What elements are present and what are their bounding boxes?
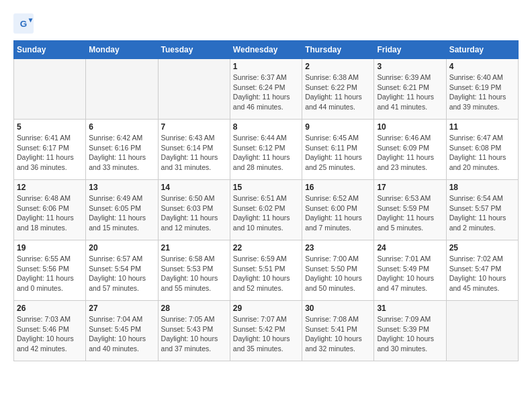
day-info: Sunrise: 6:52 AM Sunset: 6:00 PM Dayligh…: [305, 193, 371, 233]
day-number: 13: [89, 183, 154, 192]
calendar-day-30: 30Sunrise: 7:08 AM Sunset: 5:41 PM Dayli…: [302, 301, 374, 361]
col-header-wednesday: Wednesday: [230, 41, 302, 59]
day-number: 4: [449, 62, 515, 71]
calendar-day-4: 4Sunrise: 6:40 AM Sunset: 6:19 PM Daylig…: [446, 59, 518, 120]
day-number: 5: [17, 122, 83, 132]
calendar-day-10: 10Sunrise: 6:46 AM Sunset: 6:09 PM Dayli…: [374, 120, 446, 180]
day-info: Sunrise: 6:42 AM Sunset: 6:16 PM Dayligh…: [89, 133, 154, 173]
day-number: 16: [305, 183, 371, 192]
logo-icon: G: [13, 13, 34, 34]
calendar-day-11: 11Sunrise: 6:47 AM Sunset: 6:08 PM Dayli…: [446, 120, 518, 180]
day-info: Sunrise: 6:45 AM Sunset: 6:11 PM Dayligh…: [305, 133, 371, 173]
day-number: 10: [377, 122, 443, 132]
day-info: Sunrise: 6:49 AM Sunset: 6:05 PM Dayligh…: [89, 193, 154, 233]
day-info: Sunrise: 7:09 AM Sunset: 5:39 PM Dayligh…: [377, 314, 443, 354]
calendar-day-20: 20Sunrise: 6:57 AM Sunset: 5:54 PM Dayli…: [86, 240, 158, 301]
page-header: G: [13, 13, 519, 34]
calendar-table: SundayMondayTuesdayWednesdayThursdayFrid…: [13, 40, 519, 361]
calendar-empty: [86, 59, 158, 120]
calendar-week-1: 1Sunrise: 6:37 AM Sunset: 6:24 PM Daylig…: [14, 59, 519, 120]
calendar-day-17: 17Sunrise: 6:53 AM Sunset: 5:59 PM Dayli…: [374, 180, 446, 240]
col-header-tuesday: Tuesday: [158, 41, 230, 59]
calendar-day-7: 7Sunrise: 6:43 AM Sunset: 6:14 PM Daylig…: [158, 120, 230, 180]
calendar-day-6: 6Sunrise: 6:42 AM Sunset: 6:16 PM Daylig…: [86, 120, 158, 180]
calendar-empty: [158, 59, 230, 120]
day-number: 8: [233, 122, 299, 132]
logo: G: [13, 13, 36, 34]
col-header-thursday: Thursday: [302, 41, 374, 59]
day-number: 22: [233, 243, 299, 253]
day-info: Sunrise: 6:58 AM Sunset: 5:53 PM Dayligh…: [161, 254, 227, 293]
calendar-day-23: 23Sunrise: 7:00 AM Sunset: 5:50 PM Dayli…: [302, 240, 374, 301]
calendar-day-24: 24Sunrise: 7:01 AM Sunset: 5:49 PM Dayli…: [374, 240, 446, 301]
day-number: 19: [17, 243, 83, 253]
day-number: 6: [89, 122, 154, 132]
day-number: 18: [449, 183, 515, 192]
day-number: 14: [161, 183, 227, 192]
calendar-day-13: 13Sunrise: 6:49 AM Sunset: 6:05 PM Dayli…: [86, 180, 158, 240]
calendar-day-27: 27Sunrise: 7:04 AM Sunset: 5:45 PM Dayli…: [86, 301, 158, 361]
calendar-day-2: 2Sunrise: 6:38 AM Sunset: 6:22 PM Daylig…: [302, 59, 374, 120]
calendar-day-25: 25Sunrise: 7:02 AM Sunset: 5:47 PM Dayli…: [446, 240, 518, 301]
day-number: 3: [377, 62, 443, 71]
col-header-monday: Monday: [86, 41, 158, 59]
calendar-day-14: 14Sunrise: 6:50 AM Sunset: 6:03 PM Dayli…: [158, 180, 230, 240]
day-info: Sunrise: 6:57 AM Sunset: 5:54 PM Dayligh…: [89, 254, 154, 293]
day-info: Sunrise: 6:43 AM Sunset: 6:14 PM Dayligh…: [161, 133, 227, 173]
day-number: 7: [161, 122, 227, 132]
svg-text:G: G: [20, 19, 28, 29]
calendar-day-16: 16Sunrise: 6:52 AM Sunset: 6:00 PM Dayli…: [302, 180, 374, 240]
day-info: Sunrise: 6:59 AM Sunset: 5:51 PM Dayligh…: [233, 254, 299, 293]
col-header-sunday: Sunday: [14, 41, 86, 59]
calendar-day-26: 26Sunrise: 7:03 AM Sunset: 5:46 PM Dayli…: [14, 301, 86, 361]
calendar-day-15: 15Sunrise: 6:51 AM Sunset: 6:02 PM Dayli…: [230, 180, 302, 240]
day-info: Sunrise: 6:51 AM Sunset: 6:02 PM Dayligh…: [233, 193, 299, 233]
day-info: Sunrise: 6:54 AM Sunset: 5:57 PM Dayligh…: [449, 193, 515, 233]
calendar-day-5: 5Sunrise: 6:41 AM Sunset: 6:17 PM Daylig…: [14, 120, 86, 180]
calendar-week-5: 26Sunrise: 7:03 AM Sunset: 5:46 PM Dayli…: [14, 301, 519, 361]
calendar-day-18: 18Sunrise: 6:54 AM Sunset: 5:57 PM Dayli…: [446, 180, 518, 240]
calendar-header-row: SundayMondayTuesdayWednesdayThursdayFrid…: [14, 41, 519, 59]
calendar-day-29: 29Sunrise: 7:07 AM Sunset: 5:42 PM Dayli…: [230, 301, 302, 361]
calendar-day-8: 8Sunrise: 6:44 AM Sunset: 6:12 PM Daylig…: [230, 120, 302, 180]
calendar-week-2: 5Sunrise: 6:41 AM Sunset: 6:17 PM Daylig…: [14, 120, 519, 180]
calendar-week-3: 12Sunrise: 6:48 AM Sunset: 6:06 PM Dayli…: [14, 180, 519, 240]
day-number: 25: [449, 243, 515, 253]
day-number: 15: [233, 183, 299, 192]
day-info: Sunrise: 6:38 AM Sunset: 6:22 PM Dayligh…: [305, 73, 371, 112]
calendar-day-22: 22Sunrise: 6:59 AM Sunset: 5:51 PM Dayli…: [230, 240, 302, 301]
col-header-friday: Friday: [374, 41, 446, 59]
calendar-week-4: 19Sunrise: 6:55 AM Sunset: 5:56 PM Dayli…: [14, 240, 519, 301]
day-info: Sunrise: 6:47 AM Sunset: 6:08 PM Dayligh…: [449, 133, 515, 173]
day-number: 1: [233, 62, 299, 71]
calendar-empty: [14, 59, 86, 120]
calendar-day-3: 3Sunrise: 6:39 AM Sunset: 6:21 PM Daylig…: [374, 59, 446, 120]
day-info: Sunrise: 6:40 AM Sunset: 6:19 PM Dayligh…: [449, 73, 515, 112]
calendar-day-21: 21Sunrise: 6:58 AM Sunset: 5:53 PM Dayli…: [158, 240, 230, 301]
day-number: 28: [161, 304, 227, 313]
day-info: Sunrise: 6:55 AM Sunset: 5:56 PM Dayligh…: [17, 254, 83, 293]
day-info: Sunrise: 7:04 AM Sunset: 5:45 PM Dayligh…: [89, 314, 154, 354]
day-info: Sunrise: 6:48 AM Sunset: 6:06 PM Dayligh…: [17, 193, 83, 233]
day-number: 24: [377, 243, 443, 253]
day-number: 9: [305, 122, 371, 132]
day-info: Sunrise: 7:05 AM Sunset: 5:43 PM Dayligh…: [161, 314, 227, 354]
day-info: Sunrise: 7:00 AM Sunset: 5:50 PM Dayligh…: [305, 254, 371, 293]
day-number: 31: [377, 304, 443, 313]
calendar-day-1: 1Sunrise: 6:37 AM Sunset: 6:24 PM Daylig…: [230, 59, 302, 120]
day-info: Sunrise: 6:46 AM Sunset: 6:09 PM Dayligh…: [377, 133, 443, 173]
day-info: Sunrise: 7:01 AM Sunset: 5:49 PM Dayligh…: [377, 254, 443, 293]
day-number: 2: [305, 62, 371, 71]
day-number: 21: [161, 243, 227, 253]
day-info: Sunrise: 7:02 AM Sunset: 5:47 PM Dayligh…: [449, 254, 515, 293]
day-number: 27: [89, 304, 154, 313]
day-number: 23: [305, 243, 371, 253]
day-number: 26: [17, 304, 83, 313]
day-number: 12: [17, 183, 83, 192]
calendar-day-19: 19Sunrise: 6:55 AM Sunset: 5:56 PM Dayli…: [14, 240, 86, 301]
calendar-empty: [446, 301, 518, 361]
day-info: Sunrise: 6:44 AM Sunset: 6:12 PM Dayligh…: [233, 133, 299, 173]
day-info: Sunrise: 7:08 AM Sunset: 5:41 PM Dayligh…: [305, 314, 371, 354]
day-info: Sunrise: 7:03 AM Sunset: 5:46 PM Dayligh…: [17, 314, 83, 354]
day-number: 11: [449, 122, 515, 132]
